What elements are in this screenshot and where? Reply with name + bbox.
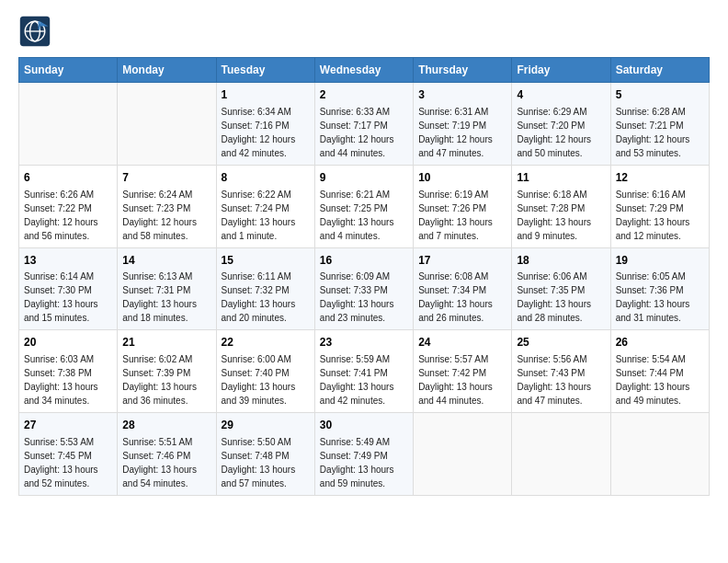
day-info: Sunrise: 5:57 AM Sunset: 7:42 PM Dayligh… bbox=[418, 352, 506, 408]
day-info: Sunrise: 5:50 AM Sunset: 7:48 PM Dayligh… bbox=[222, 435, 310, 490]
day-info: Sunrise: 6:09 AM Sunset: 7:33 PM Dayligh… bbox=[320, 270, 408, 325]
svg-rect-5 bbox=[39, 21, 40, 29]
logo bbox=[18, 15, 55, 48]
calendar-cell bbox=[19, 83, 118, 166]
logo-icon bbox=[18, 15, 51, 48]
day-number: 12 bbox=[616, 170, 704, 186]
week-row-4: 20Sunrise: 6:03 AM Sunset: 7:38 PM Dayli… bbox=[19, 330, 710, 413]
week-row-2: 6Sunrise: 6:26 AM Sunset: 7:22 PM Daylig… bbox=[19, 165, 710, 247]
day-number: 7 bbox=[122, 170, 210, 186]
day-info: Sunrise: 5:59 AM Sunset: 7:41 PM Dayligh… bbox=[320, 352, 408, 408]
calendar-cell: 10Sunrise: 6:19 AM Sunset: 7:26 PM Dayli… bbox=[414, 165, 512, 247]
header-cell-sunday: Sunday bbox=[19, 58, 118, 83]
day-info: Sunrise: 6:11 AM Sunset: 7:32 PM Dayligh… bbox=[222, 270, 310, 325]
calendar-cell: 9Sunrise: 6:21 AM Sunset: 7:25 PM Daylig… bbox=[314, 165, 413, 247]
day-number: 4 bbox=[517, 87, 605, 103]
calendar-cell: 16Sunrise: 6:09 AM Sunset: 7:33 PM Dayli… bbox=[314, 247, 413, 330]
calendar-cell bbox=[118, 83, 216, 166]
calendar-cell: 27Sunrise: 5:53 AM Sunset: 7:45 PM Dayli… bbox=[19, 413, 118, 496]
day-info: Sunrise: 6:08 AM Sunset: 7:34 PM Dayligh… bbox=[418, 270, 506, 325]
header-cell-thursday: Thursday bbox=[414, 58, 512, 83]
calendar-cell: 23Sunrise: 5:59 AM Sunset: 7:41 PM Dayli… bbox=[314, 330, 413, 413]
day-info: Sunrise: 6:26 AM Sunset: 7:22 PM Dayligh… bbox=[24, 188, 112, 243]
day-info: Sunrise: 6:19 AM Sunset: 7:26 PM Dayligh… bbox=[418, 188, 506, 243]
calendar-cell: 11Sunrise: 6:18 AM Sunset: 7:28 PM Dayli… bbox=[512, 165, 610, 247]
header-cell-wednesday: Wednesday bbox=[314, 58, 413, 83]
calendar-cell: 3Sunrise: 6:31 AM Sunset: 7:19 PM Daylig… bbox=[414, 83, 512, 166]
day-info: Sunrise: 6:29 AM Sunset: 7:20 PM Dayligh… bbox=[517, 105, 605, 160]
day-info: Sunrise: 6:18 AM Sunset: 7:28 PM Dayligh… bbox=[517, 188, 605, 243]
calendar-cell: 25Sunrise: 5:56 AM Sunset: 7:43 PM Dayli… bbox=[512, 330, 610, 413]
day-number: 18 bbox=[517, 253, 605, 269]
day-number: 25 bbox=[517, 335, 605, 350]
calendar-cell: 8Sunrise: 6:22 AM Sunset: 7:24 PM Daylig… bbox=[216, 165, 314, 247]
calendar-cell bbox=[610, 413, 709, 496]
day-number: 6 bbox=[24, 170, 112, 186]
calendar-cell: 19Sunrise: 6:05 AM Sunset: 7:36 PM Dayli… bbox=[610, 247, 709, 330]
header-cell-saturday: Saturday bbox=[610, 58, 709, 83]
day-number: 26 bbox=[616, 335, 704, 350]
day-info: Sunrise: 6:33 AM Sunset: 7:17 PM Dayligh… bbox=[320, 105, 408, 160]
day-number: 3 bbox=[418, 87, 506, 103]
calendar-cell: 22Sunrise: 6:00 AM Sunset: 7:40 PM Dayli… bbox=[216, 330, 314, 413]
day-number: 8 bbox=[222, 170, 310, 186]
day-number: 24 bbox=[418, 335, 506, 350]
header-cell-friday: Friday bbox=[512, 58, 610, 83]
day-info: Sunrise: 6:02 AM Sunset: 7:39 PM Dayligh… bbox=[122, 352, 210, 408]
day-info: Sunrise: 6:22 AM Sunset: 7:24 PM Dayligh… bbox=[222, 188, 310, 243]
calendar-body: 1Sunrise: 6:34 AM Sunset: 7:16 PM Daylig… bbox=[19, 83, 710, 496]
day-info: Sunrise: 5:53 AM Sunset: 7:45 PM Dayligh… bbox=[24, 435, 112, 490]
calendar-cell: 14Sunrise: 6:13 AM Sunset: 7:31 PM Dayli… bbox=[118, 247, 216, 330]
day-number: 23 bbox=[320, 335, 408, 350]
day-number: 13 bbox=[24, 253, 112, 269]
calendar-cell: 7Sunrise: 6:24 AM Sunset: 7:23 PM Daylig… bbox=[118, 165, 216, 247]
calendar-cell: 15Sunrise: 6:11 AM Sunset: 7:32 PM Dayli… bbox=[216, 247, 314, 330]
calendar-cell: 6Sunrise: 6:26 AM Sunset: 7:22 PM Daylig… bbox=[19, 165, 118, 247]
day-info: Sunrise: 6:34 AM Sunset: 7:16 PM Dayligh… bbox=[222, 105, 310, 160]
header-cell-tuesday: Tuesday bbox=[216, 58, 314, 83]
day-info: Sunrise: 6:16 AM Sunset: 7:29 PM Dayligh… bbox=[616, 188, 704, 243]
day-info: Sunrise: 6:14 AM Sunset: 7:30 PM Dayligh… bbox=[24, 270, 112, 325]
calendar-cell: 2Sunrise: 6:33 AM Sunset: 7:17 PM Daylig… bbox=[314, 83, 413, 166]
header-row: SundayMondayTuesdayWednesdayThursdayFrid… bbox=[19, 58, 710, 83]
calendar-cell: 5Sunrise: 6:28 AM Sunset: 7:21 PM Daylig… bbox=[610, 83, 709, 166]
day-number: 22 bbox=[222, 335, 310, 350]
calendar-cell: 24Sunrise: 5:57 AM Sunset: 7:42 PM Dayli… bbox=[414, 330, 512, 413]
day-number: 16 bbox=[320, 253, 408, 269]
calendar-cell: 30Sunrise: 5:49 AM Sunset: 7:49 PM Dayli… bbox=[314, 413, 413, 496]
calendar-cell: 29Sunrise: 5:50 AM Sunset: 7:48 PM Dayli… bbox=[216, 413, 314, 496]
calendar-table: SundayMondayTuesdayWednesdayThursdayFrid… bbox=[18, 57, 710, 496]
day-number: 15 bbox=[222, 253, 310, 269]
calendar-cell: 20Sunrise: 6:03 AM Sunset: 7:38 PM Dayli… bbox=[19, 330, 118, 413]
day-info: Sunrise: 6:05 AM Sunset: 7:36 PM Dayligh… bbox=[616, 270, 704, 325]
day-info: Sunrise: 6:06 AM Sunset: 7:35 PM Dayligh… bbox=[517, 270, 605, 325]
day-number: 19 bbox=[616, 253, 704, 269]
calendar-cell: 17Sunrise: 6:08 AM Sunset: 7:34 PM Dayli… bbox=[414, 247, 512, 330]
day-info: Sunrise: 5:51 AM Sunset: 7:46 PM Dayligh… bbox=[122, 435, 210, 490]
day-number: 29 bbox=[222, 418, 310, 433]
calendar-cell: 1Sunrise: 6:34 AM Sunset: 7:16 PM Daylig… bbox=[216, 83, 314, 166]
week-row-1: 1Sunrise: 6:34 AM Sunset: 7:16 PM Daylig… bbox=[19, 83, 710, 166]
header-cell-monday: Monday bbox=[118, 58, 216, 83]
day-info: Sunrise: 5:49 AM Sunset: 7:49 PM Dayligh… bbox=[320, 435, 408, 490]
day-number: 30 bbox=[320, 418, 408, 433]
day-info: Sunrise: 6:28 AM Sunset: 7:21 PM Dayligh… bbox=[616, 105, 704, 160]
calendar-cell bbox=[512, 413, 610, 496]
day-number: 14 bbox=[122, 253, 210, 269]
day-number: 11 bbox=[517, 170, 605, 186]
day-info: Sunrise: 6:00 AM Sunset: 7:40 PM Dayligh… bbox=[222, 352, 310, 408]
week-row-5: 27Sunrise: 5:53 AM Sunset: 7:45 PM Dayli… bbox=[19, 413, 710, 496]
day-number: 17 bbox=[418, 253, 506, 269]
day-info: Sunrise: 6:21 AM Sunset: 7:25 PM Dayligh… bbox=[320, 188, 408, 243]
day-info: Sunrise: 5:56 AM Sunset: 7:43 PM Dayligh… bbox=[517, 352, 605, 408]
week-row-3: 13Sunrise: 6:14 AM Sunset: 7:30 PM Dayli… bbox=[19, 247, 710, 330]
calendar-cell: 28Sunrise: 5:51 AM Sunset: 7:46 PM Dayli… bbox=[118, 413, 216, 496]
day-info: Sunrise: 6:31 AM Sunset: 7:19 PM Dayligh… bbox=[418, 105, 506, 160]
day-number: 5 bbox=[616, 87, 704, 103]
day-number: 27 bbox=[24, 418, 112, 433]
calendar-header: SundayMondayTuesdayWednesdayThursdayFrid… bbox=[19, 58, 710, 83]
day-number: 21 bbox=[122, 335, 210, 350]
day-info: Sunrise: 6:13 AM Sunset: 7:31 PM Dayligh… bbox=[122, 270, 210, 325]
calendar-cell: 26Sunrise: 5:54 AM Sunset: 7:44 PM Dayli… bbox=[610, 330, 709, 413]
day-number: 28 bbox=[122, 418, 210, 433]
